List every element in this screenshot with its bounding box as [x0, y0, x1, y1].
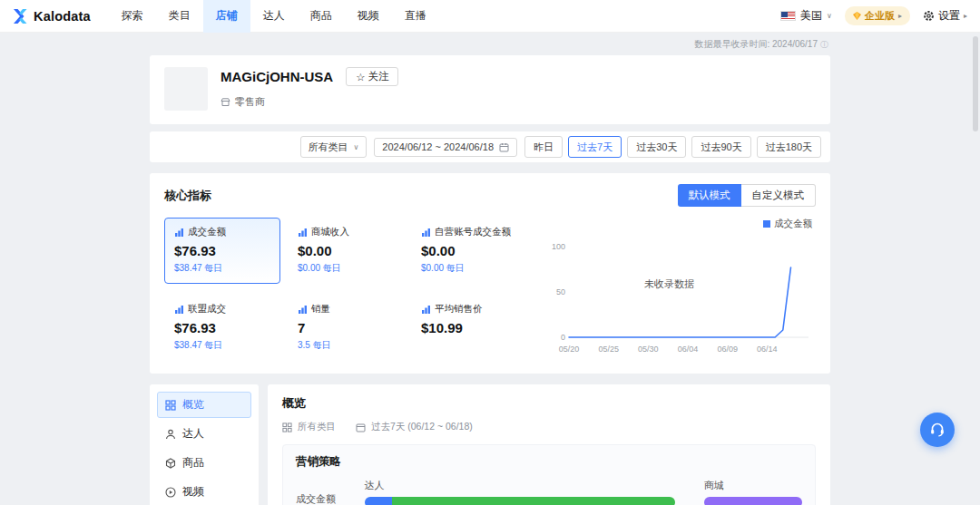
metric-avg-price[interactable]: 平均销售价 $10.99	[411, 295, 527, 361]
creator-label: 达人	[365, 479, 676, 492]
default-mode-button[interactable]: 默认模式	[678, 184, 741, 207]
metric-daily: $38.47 每日	[174, 262, 270, 275]
filter-bar: 所有类目 ∨ 2024/06/12 ~ 2024/06/18 昨日 过去7天 过…	[150, 131, 830, 162]
bar-chart-icon	[298, 228, 308, 238]
info-icon[interactable]: ⓘ	[820, 39, 828, 51]
mall-bar[interactable]	[704, 497, 802, 505]
metric-daily: $0.00 每日	[298, 262, 394, 275]
storefront-icon	[220, 97, 230, 107]
svg-text:06/09: 06/09	[717, 345, 738, 354]
kalodata-logo-icon	[13, 9, 29, 24]
shop-avatar	[164, 67, 208, 111]
settings-button[interactable]: 设置 ▸	[923, 8, 967, 24]
affiliate-segment	[392, 497, 675, 505]
bar-chart-icon	[421, 305, 431, 315]
person-icon	[165, 429, 176, 440]
sidebar-item-video[interactable]: 视频	[157, 479, 251, 505]
range-90d-button[interactable]: 过去90天	[691, 136, 750, 158]
range-7d-button[interactable]: 过去7天	[568, 136, 622, 158]
quick-range-group: 昨日 过去7天 过去30天 过去90天 过去180天	[524, 136, 821, 158]
calendar-icon	[356, 422, 366, 432]
scrollbar-thumb[interactable]	[973, 36, 978, 131]
category-select[interactable]: 所有类目 ∨	[300, 136, 368, 158]
metric-label: 销量	[311, 303, 330, 316]
svg-text:05/20: 05/20	[559, 345, 580, 354]
metric-value: $0.00	[421, 243, 517, 258]
enterprise-plan-badge[interactable]: 企业版 ▸	[845, 6, 910, 25]
region-selector[interactable]: 美国 ∨	[780, 8, 832, 24]
metric-daily: $0.00 每日	[421, 262, 517, 275]
date-range-picker[interactable]: 2024/06/12 ~ 2024/06/18	[374, 138, 517, 157]
shop-type-label: 零售商	[235, 95, 265, 109]
metric-value: 7	[298, 320, 394, 335]
sidebar-item-product[interactable]: 商品	[157, 450, 251, 476]
overview-title: 概览	[282, 395, 816, 412]
nav-right-cluster: 美国 ∨ 企业版 ▸ 设置 ▸	[780, 6, 967, 25]
nav-item-creator[interactable]: 达人	[250, 0, 298, 33]
customer-support-button[interactable]	[920, 413, 955, 447]
overview-category: 所有类目	[298, 421, 336, 433]
chevron-down-icon: ∨	[827, 12, 832, 20]
plan-label: 企业版	[865, 9, 895, 23]
metric-value: $10.99	[421, 320, 517, 335]
metric-affiliate-gmv[interactable]: 联盟成交 $76.93 $38.47 每日	[164, 295, 280, 361]
range-30d-button[interactable]: 过去30天	[627, 136, 686, 158]
data-collect-text: 数据最早收录时间: 2024/06/17	[694, 38, 818, 51]
gmv-trend-chart: 成交金额 未收录数据 100 50 0 05/20 05/25 05/30 06…	[544, 218, 816, 361]
marketing-strategy-panel: 营销策略 成交金额 $76.93 = 达人	[282, 444, 816, 505]
bar-chart-icon	[298, 305, 308, 315]
metric-sales-volume[interactable]: 销量 7 3.5 每日	[288, 295, 404, 361]
metric-daily: $38.47 每日	[174, 339, 270, 352]
metric-value: $76.93	[174, 320, 270, 335]
sidebar-item-overview[interactable]: 概览	[157, 392, 251, 418]
custom-mode-button[interactable]: 自定义模式	[741, 184, 817, 207]
chevron-right-icon: ▸	[898, 12, 902, 20]
follow-button[interactable]: ☆ 关注	[346, 67, 398, 86]
mode-toggle: 默认模式 自定义模式	[678, 184, 817, 207]
bar-chart-icon	[174, 228, 184, 238]
nav-item-video[interactable]: 视频	[345, 0, 392, 33]
shop-header-card: MAGiCjOHN-USA ☆ 关注 零售商	[150, 55, 830, 124]
calendar-icon	[499, 142, 509, 152]
nav-item-explore[interactable]: 探索	[109, 0, 156, 33]
nav-item-shop[interactable]: 店铺	[203, 0, 250, 33]
top-navbar: Kalodata 探索 类目 店铺 达人 商品 视频 直播 美国 ∨ 企业版 ▸	[0, 0, 980, 33]
sidebar-item-label: 概览	[182, 397, 204, 413]
kalodata-logo[interactable]: Kalodata	[13, 9, 91, 24]
shop-name: MAGiCjOHN-USA	[220, 69, 333, 84]
metric-gmv[interactable]: 成交金额 $76.93 $38.47 每日	[164, 218, 280, 284]
creator-stacked-bar[interactable]	[365, 497, 676, 505]
nav-item-live[interactable]: 直播	[392, 0, 439, 33]
headset-icon	[928, 421, 946, 439]
date-range-value: 2024/06/12 ~ 2024/06/18	[382, 141, 494, 152]
range-180d-button[interactable]: 过去180天	[757, 136, 821, 158]
sidebar-item-creator[interactable]: 达人	[157, 421, 251, 447]
nav-item-product[interactable]: 商品	[298, 0, 345, 33]
bar-chart-icon	[174, 305, 184, 315]
metric-mall-revenue[interactable]: 商城收入 $0.00 $0.00 每日	[288, 218, 404, 284]
dashboard-icon	[165, 400, 176, 411]
nav-item-category[interactable]: 类目	[156, 0, 203, 33]
page-content: 数据最早收录时间: 2024/06/17 ⓘ MAGiCjOHN-USA ☆ 关…	[0, 33, 980, 505]
star-icon: ☆	[356, 71, 365, 83]
svg-text:0: 0	[561, 333, 565, 342]
shop-type-tag: 零售商	[220, 95, 398, 109]
svg-text:05/30: 05/30	[638, 345, 659, 354]
chart-canvas: 100 50 0 05/20 05/25 05/30 06/04 06/09 0…	[544, 230, 816, 359]
sidebar-item-label: 达人	[182, 426, 204, 442]
package-icon	[165, 458, 176, 469]
grid-icon	[282, 422, 292, 432]
metric-label: 联盟成交	[188, 303, 226, 316]
range-yesterday-button[interactable]: 昨日	[524, 136, 563, 158]
sidebar-item-label: 商品	[182, 455, 204, 471]
main-nav: 探索 类目 店铺 达人 商品 视频 直播	[109, 0, 439, 33]
svg-text:100: 100	[552, 242, 565, 251]
core-metrics-card: 核心指标 默认模式 自定义模式 成交金额 $76.93 $38.47 每日	[150, 173, 830, 374]
bar-chart-icon	[421, 228, 431, 238]
metric-self-account-gmv[interactable]: 自营账号成交金额 $0.00 $0.00 每日	[411, 218, 527, 284]
chevron-down-icon: ∨	[354, 143, 359, 151]
gear-icon	[923, 10, 935, 22]
overview-panel: 概览 所有类目 过去7天 (06/12 ~ 06/18)	[268, 384, 830, 505]
mall-bar-block: 商城 ● 商城 ⓘ $0.00 (0%)	[704, 479, 802, 505]
self-account-segment	[365, 497, 393, 505]
